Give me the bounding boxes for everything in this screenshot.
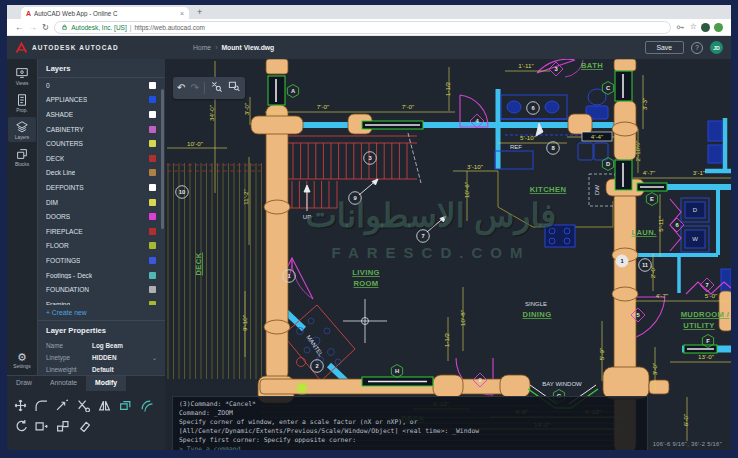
- dimension-label[interactable]: 5'-9": [598, 348, 605, 360]
- layer-color-swatch[interactable]: [149, 82, 156, 89]
- dimension-label[interactable]: 3'-3": [641, 98, 648, 110]
- layer-color-swatch[interactable]: [149, 272, 156, 279]
- layer-color-swatch[interactable]: [149, 213, 156, 220]
- layer-row[interactable]: COUNTERS: [38, 136, 165, 151]
- sidebar-item-prop[interactable]: Prop.: [8, 90, 36, 115]
- dimension-label[interactable]: 9'-10": [241, 315, 248, 331]
- dimension-label[interactable]: 3'-0": [651, 363, 658, 375]
- reference-bubble[interactable]: 8: [547, 142, 560, 155]
- floor-plan[interactable]: 34'-0"3'-0"7'-0"7'-0"10'-0"11'-2"1-1/21'…: [165, 59, 731, 450]
- layer-color-swatch[interactable]: [149, 228, 156, 235]
- browser-tab[interactable]: A AutoCAD Web App - Online C ×: [21, 7, 189, 19]
- layer-color-swatch[interactable]: [149, 155, 156, 162]
- zoom-object-icon[interactable]: [210, 79, 223, 97]
- reference-bubble[interactable]: 3: [364, 152, 377, 165]
- dimension-label[interactable]: 10'-6": [463, 182, 470, 198]
- key-icon[interactable]: [676, 22, 686, 32]
- dimension-label[interactable]: 1-1/2: [443, 332, 450, 347]
- dimension-label[interactable]: 4'-4": [591, 133, 603, 140]
- reference-bubble[interactable]: 10: [176, 186, 189, 199]
- dimension-label[interactable]: 3'-10": [467, 163, 483, 170]
- user-avatar[interactable]: JD: [710, 41, 723, 54]
- dimension-label[interactable]: 1'-11": [518, 62, 533, 69]
- layer-color-swatch[interactable]: [149, 184, 156, 191]
- layer-color-swatch[interactable]: [149, 199, 156, 206]
- zoom-window-icon[interactable]: [228, 79, 241, 97]
- layer-row[interactable]: FOOTINGS: [38, 253, 165, 268]
- trim-tool-button[interactable]: [73, 395, 94, 415]
- layer-color-swatch[interactable]: [149, 140, 156, 147]
- ribbon-tab-draw[interactable]: Draw: [7, 376, 41, 391]
- dimension-label[interactable]: 6'-0": [682, 414, 689, 426]
- sidebar-item-blocks[interactable]: Blocks: [8, 144, 36, 169]
- dimension-label[interactable]: 34'-0": [208, 105, 215, 121]
- layer-row[interactable]: 0: [38, 78, 165, 93]
- fillet-tool-button[interactable]: [31, 395, 52, 415]
- copy-tool-button[interactable]: [115, 395, 136, 415]
- windows[interactable]: [268, 71, 717, 408]
- layer-color-swatch[interactable]: [149, 286, 156, 293]
- layer-row[interactable]: CABINETRY: [38, 122, 165, 137]
- reference-bubble[interactable]: 6: [527, 102, 540, 115]
- array-tool-button[interactable]: [52, 415, 73, 435]
- dimension-label[interactable]: 5'-0": [705, 292, 717, 299]
- kitchen-counter[interactable]: [498, 171, 613, 227]
- save-button[interactable]: Save: [645, 41, 685, 54]
- layer-row[interactable]: ASHADE: [38, 107, 165, 122]
- dimension-label[interactable]: 5'-11": [657, 216, 664, 231]
- dimension-label[interactable]: 7'-0": [402, 103, 414, 110]
- reference-bubble[interactable]: A: [287, 85, 298, 98]
- dimension-label[interactable]: 3'-1": [693, 169, 705, 176]
- dimension-label[interactable]: 4'-7": [643, 169, 655, 176]
- move-tool-button[interactable]: [10, 395, 31, 415]
- reference-bubble[interactable]: C: [602, 82, 613, 95]
- offset-tool-button[interactable]: [136, 395, 157, 415]
- back-icon[interactable]: ←: [15, 23, 24, 32]
- lengthen-tool-button[interactable]: [52, 395, 73, 415]
- layer-color-swatch[interactable]: [149, 242, 156, 249]
- new-tab-button[interactable]: +: [197, 8, 202, 19]
- layer-row[interactable]: DEFPOINTS: [38, 180, 165, 195]
- layer-row[interactable]: DOORS: [38, 209, 165, 224]
- erase-tool-button[interactable]: [73, 415, 94, 435]
- linetype-dropdown[interactable]: Linetype HIDDEN ⌄: [38, 351, 165, 363]
- help-icon[interactable]: ?: [691, 42, 703, 54]
- dimension-label[interactable]: 11'-2": [242, 189, 249, 204]
- dimension-label[interactable]: 10'-8": [459, 310, 466, 326]
- layer-row[interactable]: Footings - Deck: [38, 268, 165, 283]
- dimension-label[interactable]: 13'-0": [698, 353, 714, 360]
- extension-icon[interactable]: [701, 23, 710, 32]
- sidebar-item-views[interactable]: Views: [8, 63, 36, 88]
- layer-row[interactable]: Framing: [38, 297, 165, 305]
- ribbon-tab-annotate[interactable]: Annotate: [41, 376, 86, 391]
- layer-row[interactable]: FLOOR: [38, 239, 165, 254]
- reference-bubble[interactable]: H: [391, 365, 402, 378]
- reference-bubble[interactable]: 11: [639, 259, 652, 272]
- bookmark-star-icon[interactable]: ☆: [690, 23, 697, 31]
- layer-row[interactable]: FIREPLACE: [38, 224, 165, 239]
- dimension-label[interactable]: 2'-0": [649, 266, 656, 278]
- layer-color-swatch[interactable]: [149, 111, 156, 118]
- redo-icon[interactable]: ↷: [190, 83, 198, 93]
- address-bar[interactable]: Autodesk, Inc. [US] | https://web.autoca…: [54, 21, 671, 34]
- layer-row[interactable]: APPLIANCES: [38, 93, 165, 108]
- rotate-tool-button[interactable]: [10, 415, 31, 435]
- reference-bubble[interactable]: 3: [549, 62, 563, 76]
- profile-avatar-icon[interactable]: [714, 23, 723, 32]
- layer-color-swatch[interactable]: [149, 96, 156, 103]
- create-new-layer-button[interactable]: + Create new: [38, 305, 165, 321]
- undo-icon[interactable]: ↶: [177, 83, 185, 93]
- layer-row[interactable]: FOUNDATION: [38, 282, 165, 297]
- reload-icon[interactable]: ↻: [42, 23, 49, 32]
- layer-row[interactable]: Deck Line: [38, 166, 165, 181]
- forward-icon[interactable]: →: [29, 23, 38, 32]
- stretch-tool-button[interactable]: [31, 415, 52, 435]
- breadcrumb-home[interactable]: Home: [193, 44, 211, 51]
- dimension-label[interactable]: 4'-7": [656, 292, 668, 299]
- command-line-panel[interactable]: (3)Command: *Cancel*Command: _ZOOMSpecif…: [172, 396, 648, 450]
- dimension-label[interactable]: 10'-0": [187, 140, 203, 147]
- layer-color-swatch[interactable]: [149, 257, 156, 264]
- panel-scrollbar[interactable]: [161, 89, 164, 229]
- sidebar-item-layers[interactable]: Layers: [8, 117, 36, 142]
- reference-bubble[interactable]: 6: [670, 218, 684, 232]
